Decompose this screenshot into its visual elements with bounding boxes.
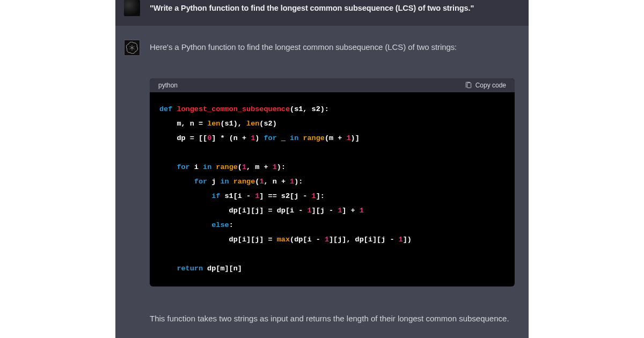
copy-code-label: Copy code bbox=[475, 82, 506, 89]
copy-code-button[interactable]: Copy code bbox=[465, 82, 506, 89]
code-body[interactable]: def longest_common_subsequence(s1, s2): … bbox=[150, 92, 515, 286]
openai-logo-icon bbox=[126, 42, 138, 54]
user-message-row: "Write a Python function to find the lon… bbox=[115, 0, 529, 26]
code-block: python Copy code def longest_common_subs… bbox=[150, 78, 515, 286]
chat-container: "Write a Python function to find the lon… bbox=[115, 0, 529, 338]
assistant-header: Here's a Python function to find the lon… bbox=[124, 40, 516, 56]
assistant-intro-text: Here's a Python function to find the lon… bbox=[150, 40, 457, 54]
svg-rect-0 bbox=[467, 83, 471, 87]
user-avatar bbox=[124, 0, 140, 16]
user-message-text: "Write a Python function to find the lon… bbox=[150, 0, 474, 14]
code-language-label: python bbox=[158, 82, 178, 89]
assistant-avatar bbox=[124, 40, 140, 56]
code-block-header: python Copy code bbox=[150, 78, 515, 92]
assistant-message-row: Here's a Python function to find the lon… bbox=[115, 26, 529, 332]
assistant-outro-text: This function takes two strings as input… bbox=[150, 311, 509, 327]
clipboard-icon bbox=[465, 82, 472, 89]
